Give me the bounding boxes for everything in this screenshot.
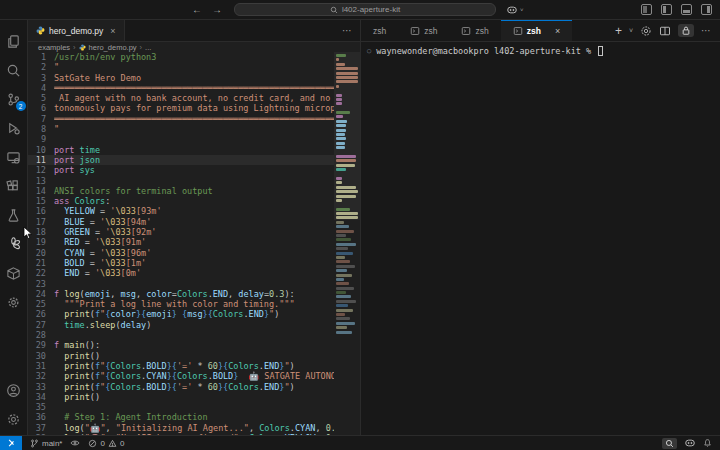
source-control-icon[interactable]: 2 — [2, 86, 26, 112]
scm-badge: 2 — [16, 101, 26, 111]
new-terminal-icon[interactable]: + — [615, 24, 622, 38]
code-line[interactable]: 12port sys — [28, 165, 334, 175]
run-and-debug-icon[interactable] — [2, 115, 26, 141]
code-line[interactable]: 24f log(emoji, msg, color=Colors.END, de… — [28, 289, 334, 299]
lock-group-toggle[interactable] — [678, 24, 694, 37]
line-number: 23 — [28, 279, 54, 289]
code-line[interactable]: 21 BOLD = '\033[1m' — [28, 258, 334, 268]
line-text: port time — [54, 145, 334, 155]
gitlens-blame-toggle[interactable] — [70, 439, 80, 447]
minimap-line — [336, 137, 346, 140]
code-line[interactable]: 16 YELLOW = '\033[93m' — [28, 206, 334, 216]
problems-status[interactable]: 0 0 — [88, 439, 124, 448]
code-line[interactable]: 19 RED = '\033[91m' — [28, 237, 334, 247]
line-number: 37 — [28, 423, 54, 433]
code-line[interactable]: 14ANSI colors for terminal output — [28, 186, 334, 196]
terminal-tab-close-icon[interactable]: × — [555, 26, 560, 36]
screencast-mode-button[interactable] — [662, 438, 677, 449]
explorer-icon[interactable] — [2, 28, 26, 54]
copilot-menu[interactable]: ˅ — [506, 5, 524, 15]
minimap-line — [336, 225, 349, 228]
breadcrumb-file[interactable]: hero_demo.py — [89, 43, 137, 52]
tab-close-icon[interactable]: × — [110, 26, 115, 36]
code-line[interactable]: 8" — [28, 124, 334, 134]
terminal-more-actions-icon[interactable]: ⋯ — [701, 25, 712, 36]
notifications-bell-icon[interactable] — [703, 438, 712, 448]
toggle-panel-icon[interactable] — [681, 4, 692, 15]
code-editor[interactable]: 1/usr/bin/env python32"3SatGate Hero Dem… — [28, 52, 360, 435]
code-line[interactable]: 4═══════════════════════════════════════… — [28, 83, 334, 93]
breadcrumb-folder[interactable]: examples — [38, 43, 70, 52]
minimap[interactable] — [334, 52, 360, 435]
terminal-tab-4[interactable]: zsh× — [501, 20, 572, 41]
remote-indicator[interactable] — [0, 436, 22, 450]
remote-explorer-icon[interactable] — [2, 144, 26, 170]
command-center-search[interactable]: l402-aperture-kit — [234, 3, 496, 16]
nav-back-icon[interactable]: ← — [192, 4, 202, 15]
testing-icon[interactable] — [2, 202, 26, 228]
code-line[interactable]: 11port json — [28, 155, 334, 165]
settings-gear-icon[interactable] — [2, 406, 26, 432]
gear-extension-icon[interactable] — [2, 289, 26, 315]
extensions-icon[interactable] — [2, 173, 26, 199]
code-line[interactable]: 22 END = '\033[0m' — [28, 268, 334, 278]
code-line[interactable]: 18 GREEN = '\033[92m' — [28, 227, 334, 237]
code-line[interactable]: 3SatGate Hero Demo — [28, 73, 334, 83]
code-line[interactable]: 31 print(f"{Colors.BOLD}{'=' * 60}{Color… — [28, 361, 334, 371]
code-line[interactable]: 25 """Print a log line with color and ti… — [28, 299, 334, 309]
line-text: print(f"{color}{emoji} {msg}{Colors.END}… — [54, 309, 334, 319]
breadcrumb-symbol[interactable]: ... — [145, 43, 151, 52]
line-number: 22 — [28, 268, 54, 278]
minimap-line — [336, 331, 352, 334]
terminal-tab-3[interactable]: zsh — [449, 20, 500, 41]
terminal-viewport[interactable]: ○ waynewonder@macbookpro l402-aperture-k… — [361, 42, 720, 435]
code-line[interactable]: 37 log("🤖", "Initializing AI Agent...", … — [28, 423, 334, 433]
customize-layout-icon[interactable] — [641, 4, 652, 15]
chatgpt-extension-icon[interactable] — [2, 231, 26, 257]
warnings-icon — [108, 439, 117, 448]
code-line[interactable]: 23 — [28, 279, 334, 289]
code-line[interactable]: 35 — [28, 402, 334, 412]
line-text — [54, 330, 334, 340]
terminal-tab-1[interactable]: zsh — [361, 20, 398, 41]
code-line[interactable]: 20 CYAN = '\033[96m' — [28, 248, 334, 258]
code-line[interactable]: 6tonomously pays for premium data using … — [28, 103, 334, 113]
code-line[interactable]: 5 AI agent with no bank account, no cred… — [28, 93, 334, 103]
terminal-tab-2[interactable]: zsh — [398, 20, 449, 41]
code-line[interactable]: 17 BLUE = '\033[94m' — [28, 217, 334, 227]
nav-forward-icon[interactable]: → — [212, 4, 222, 15]
code-line[interactable]: 13 — [28, 176, 334, 186]
code-line[interactable]: 15ass Colors: — [28, 196, 334, 206]
code-line[interactable]: 32 print(f"{Colors.CYAN}{Colors.BOLD} 🤖 … — [28, 371, 334, 381]
code-line[interactable]: 30 print() — [28, 351, 334, 361]
editor-more-actions-icon[interactable]: ⋯ — [334, 20, 360, 41]
code-line[interactable]: 33 print(f"{Colors.BOLD}{'=' * 60}{Color… — [28, 382, 334, 392]
code-line[interactable]: 2" — [28, 62, 334, 72]
code-line[interactable]: 34 print() — [28, 392, 334, 402]
split-editor-icon[interactable] — [659, 25, 671, 37]
toggle-secondary-sidebar-icon[interactable] — [701, 4, 712, 15]
launch-profile-icon[interactable] — [640, 25, 652, 37]
command-decoration-icon[interactable]: ○ — [367, 47, 371, 55]
toggle-primary-sidebar-icon[interactable] — [661, 4, 672, 15]
accounts-icon[interactable] — [2, 377, 26, 403]
tab-hero-demo[interactable]: hero_demo.py × — [28, 20, 125, 41]
code-line[interactable]: 27 time.sleep(delay) — [28, 320, 334, 330]
code-line[interactable]: 10port time — [28, 145, 334, 155]
code-line[interactable]: 26 print(f"{color}{emoji} {msg}{Colors.E… — [28, 309, 334, 319]
code-line[interactable]: 28 — [28, 330, 334, 340]
code-line[interactable]: 38 log("🧠", "No API keys configured", Co… — [28, 433, 334, 435]
terminal-profile-chevron-icon[interactable]: ˅ — [629, 27, 633, 34]
chevron-down-icon: ˅ — [520, 7, 524, 13]
code-line[interactable]: 29f main(): — [28, 340, 334, 350]
git-branch-status[interactable]: main* — [30, 439, 62, 448]
copilot-status-icon[interactable] — [684, 438, 696, 448]
container-extension-icon[interactable] — [2, 260, 26, 286]
code-line[interactable]: 1/usr/bin/env python3 — [28, 52, 334, 62]
code-line[interactable]: 36 # Step 1: Agent Introduction — [28, 412, 334, 422]
code-line[interactable]: 9 — [28, 134, 334, 144]
code-line[interactable]: 7═══════════════════════════════════════… — [28, 114, 334, 124]
code-lines[interactable]: 1/usr/bin/env python32"3SatGate Hero Dem… — [28, 52, 334, 435]
search-sidebar-icon[interactable] — [2, 57, 26, 83]
minimap-line — [336, 159, 356, 162]
